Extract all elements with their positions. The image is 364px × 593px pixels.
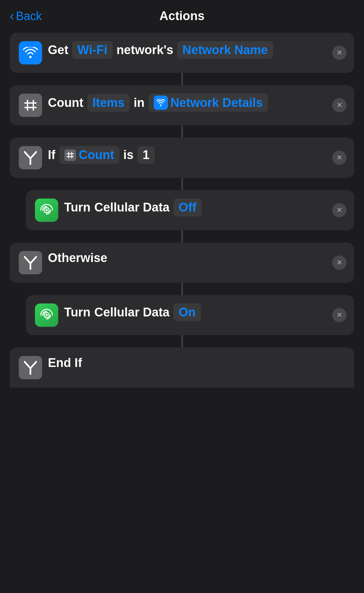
- action-otherwise-content: Otherwise: [48, 251, 326, 265]
- close-turn-on-button[interactable]: ✕: [332, 308, 347, 322]
- otherwise-text: Otherwise: [48, 251, 107, 265]
- close-otherwise-button[interactable]: ✕: [332, 256, 347, 270]
- in-text: in: [134, 96, 145, 110]
- connector-2: [182, 125, 183, 138]
- token-wifi-icon: [154, 96, 168, 110]
- close-get-wifi-button[interactable]: ✕: [332, 46, 347, 60]
- action-if-count: If Count is 1 ✕: [10, 138, 354, 178]
- close-icon: ✕: [336, 49, 342, 57]
- action-end-if: End If: [10, 348, 354, 388]
- svg-rect-8: [72, 152, 72, 158]
- actions-list: Get Wi-Fi network's Network Name ✕ Cou: [0, 29, 364, 401]
- is-text: is: [123, 148, 134, 162]
- action-end-if-row: End If: [19, 356, 345, 379]
- action-get-wifi-content: Get Wi-Fi network's Network Name: [48, 41, 326, 59]
- connector-5: [182, 283, 183, 295]
- svg-point-15: [46, 314, 48, 316]
- hash-icon: [19, 94, 42, 117]
- action-otherwise-row: Otherwise: [19, 251, 345, 274]
- action-get-wifi: Get Wi-Fi network's Network Name ✕: [10, 33, 354, 73]
- count-token[interactable]: Count: [59, 146, 119, 164]
- back-button[interactable]: ‹ Back: [10, 9, 42, 23]
- close-icon: ✕: [336, 311, 342, 319]
- svg-rect-4: [24, 107, 37, 108]
- close-turn-off-button[interactable]: ✕: [332, 203, 347, 217]
- end-if-text: End If: [48, 356, 82, 370]
- off-token[interactable]: Off: [173, 199, 202, 216]
- page-title: Actions: [160, 9, 204, 23]
- close-icon: ✕: [336, 258, 342, 267]
- count-hash-icon: [64, 149, 76, 161]
- svg-rect-10: [67, 156, 74, 157]
- items-token[interactable]: Items: [87, 94, 130, 112]
- svg-point-5: [160, 105, 161, 106]
- svg-rect-3: [24, 102, 37, 104]
- close-icon: ✕: [336, 206, 342, 214]
- svg-rect-9: [67, 153, 74, 154]
- svg-point-0: [29, 56, 32, 58]
- network-details-label: Network Details: [171, 96, 263, 110]
- cellular-data-text-off: Cellular Data: [94, 200, 170, 214]
- action-count-content: Count Items in Network Details: [48, 94, 326, 112]
- if-body-block: Turn Cellular Data Off ✕: [26, 190, 354, 230]
- number-token[interactable]: 1: [138, 146, 155, 164]
- wifi-token[interactable]: Wi-Fi: [72, 41, 113, 59]
- cellular-icon-off: [35, 199, 58, 222]
- action-count-row: Count Items in Network Details: [19, 94, 345, 117]
- turn-text-off: Turn: [64, 200, 91, 214]
- action-end-if-content: End If: [48, 356, 326, 370]
- close-if-button[interactable]: ✕: [332, 151, 347, 165]
- y-icon-otherwise: [19, 251, 42, 274]
- count-label: Count: [79, 148, 114, 162]
- action-turn-off: Turn Cellular Data Off ✕: [26, 190, 354, 230]
- action-get-wifi-row: Get Wi-Fi network's Network Name: [19, 41, 345, 64]
- action-turn-on-content: Turn Cellular Data On: [64, 303, 326, 321]
- action-count-items: Count Items in Network Details: [10, 85, 354, 125]
- action-turn-off-row: Turn Cellular Data Off: [35, 199, 345, 222]
- back-label: Back: [16, 9, 42, 23]
- count-text: Count: [48, 96, 83, 110]
- networks-text: network's: [116, 43, 173, 57]
- get-text: Get: [48, 43, 68, 57]
- turn-text-on: Turn: [64, 305, 91, 319]
- close-count-button[interactable]: ✕: [332, 98, 347, 112]
- svg-rect-7: [68, 152, 69, 158]
- y-icon-endif: [19, 356, 42, 379]
- connector-3: [182, 178, 183, 190]
- if-text: If: [48, 148, 55, 162]
- otherwise-body-block: Turn Cellular Data On ✕: [26, 295, 354, 335]
- wifi-icon: [19, 41, 42, 64]
- action-turn-off-content: Turn Cellular Data Off: [64, 199, 326, 216]
- action-if-content: If Count is 1: [48, 146, 326, 164]
- on-token[interactable]: On: [173, 303, 201, 321]
- action-turn-on-row: Turn Cellular Data On: [35, 303, 345, 327]
- svg-point-12: [46, 209, 48, 211]
- network-name-token[interactable]: Network Name: [177, 41, 273, 59]
- connector-6: [182, 335, 183, 348]
- action-if-row: If Count is 1: [19, 146, 345, 169]
- action-turn-on: Turn Cellular Data On ✕: [26, 295, 354, 335]
- close-icon: ✕: [336, 101, 342, 109]
- svg-rect-2: [33, 100, 34, 111]
- connector-1: [182, 73, 183, 85]
- back-chevron-icon: ‹: [10, 9, 14, 22]
- cellular-data-text-on: Cellular Data: [94, 305, 170, 319]
- header: ‹ Back Actions: [0, 0, 364, 29]
- connector-4: [182, 230, 183, 243]
- close-icon: ✕: [336, 154, 342, 162]
- y-icon-if: [19, 146, 42, 169]
- network-details-token[interactable]: Network Details: [149, 94, 268, 112]
- cellular-icon-on: [35, 303, 58, 327]
- svg-rect-1: [27, 100, 28, 111]
- action-otherwise: Otherwise ✕: [10, 243, 354, 283]
